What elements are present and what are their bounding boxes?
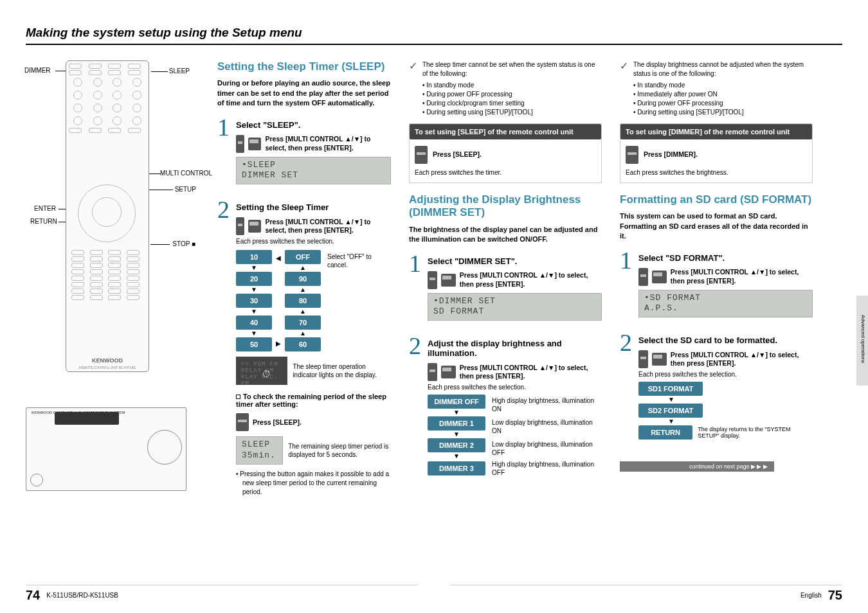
sdformat-each-press: Each press switches the selection. [638, 371, 813, 378]
remote-diagram: DIMMER SLEEP MULTI CONTROL SETUP ENTER R… [26, 60, 186, 382]
dimmer-option-desc: Low display brightness, illumination OFF [492, 440, 602, 457]
sleep-option: 40 [236, 315, 272, 330]
unit-icon [248, 138, 262, 150]
content-row: DIMMER SLEEP MULTI CONTROL SETUP ENTER R… [26, 60, 842, 506]
side-tab-label: Advanced operations [860, 315, 866, 363]
sleep-remaining-lcd: SLEEP 35min. [236, 436, 283, 465]
check-icon: ✓ [620, 59, 628, 117]
sleep-cancel-note: Select "OFF" to cancel. [327, 253, 391, 269]
step-number-1: 1 [217, 118, 230, 137]
sleep-callout-sub: Each press switches the timer. [415, 169, 596, 176]
sleep-step-1: 1 Select "SLEEP". Press [MULTI CONTROL ▲… [217, 118, 391, 191]
footer: 74 K-511USB/RD-K511USB English 75 [26, 585, 842, 603]
page-title: Making the system setup using the Setup … [26, 26, 842, 45]
arrow-right-icon: ▶ [276, 340, 281, 347]
dimmer-intro: The brightness of the display panel can … [409, 225, 602, 245]
dimmer-callout-sub: Each press switches the brightness. [626, 169, 807, 176]
dimmer-callout: To set using [DIMMER] of the remote cont… [620, 123, 813, 183]
sleep-callout-press: Press [SLEEP]. [433, 150, 482, 159]
sleep-option: 90 [285, 272, 321, 286]
timer-icon: ⏱ [262, 369, 271, 380]
sleep-option: 50 [236, 337, 272, 351]
list-item: In standby mode [633, 81, 813, 90]
step-number-1: 1 [620, 251, 632, 270]
sleep-option: 80 [285, 294, 321, 308]
step-number-1: 1 [409, 254, 421, 273]
sleep-intro: During or before playing an audio source… [217, 78, 391, 108]
dimmer-option: DIMMER 1 [428, 416, 485, 431]
remote-label-stop: STOP ■ [172, 240, 195, 247]
list-item: During setting using [SETUP]/[TOOL] [422, 108, 602, 117]
sdformat-option: SD1 FORMAT [638, 382, 703, 396]
display-indicator-panel: ⊂⊃ PGM FM RELAY AM PLAY REC. PM ⏱ [236, 357, 287, 385]
sleep-step-2: 2 Setting the Sleep Timer Press [MULTI C… [217, 200, 391, 497]
remote-label-dimmer: DIMMER [24, 67, 51, 74]
sleep-step1-label: Select "SLEEP". [236, 120, 391, 130]
dimmer-step-2: 2 Adjust the display brightness and illu… [409, 336, 602, 478]
sdformat-lcd: •SD FORMAT A.P.S. [638, 290, 813, 318]
sdformat-step-2: 2 Select the SD card to be formatted. Pr… [620, 333, 813, 440]
dimmer-column: ✓ The sleep timer cannot be set when the… [409, 60, 602, 506]
dimmer-press-text-1: Press [MULTI CONTROL ▲/▼] to select, the… [460, 271, 602, 289]
sleep-option-off: OFF [285, 250, 321, 264]
remote-icon [236, 217, 244, 235]
unit-icon [441, 274, 456, 287]
remote-icon [626, 146, 638, 164]
list-item: In standby mode [422, 81, 602, 90]
sleep-option: 20 [236, 272, 272, 286]
dimmer-option: DIMMER 2 [428, 438, 485, 452]
remote-icon [638, 350, 648, 368]
list-item: Immediately after power ON [633, 90, 813, 99]
remote-model: REMOTE CONTROL UNIT RC-F0714E [66, 366, 149, 369]
sdformat-column: ✓ The display brightness cannot be adjus… [620, 60, 813, 506]
remote-label-setup: SETUP [175, 186, 196, 193]
remote-body: KENWOOD REMOTE CONTROL UNIT RC-F0714E [66, 60, 149, 372]
list-item: During power OFF processing [633, 99, 813, 108]
dimmer-step2-label: Adjust the display brightness and illumi… [428, 339, 602, 358]
sdformat-step2-label: Select the SD card to be formatted. [638, 335, 813, 345]
sleep-option: 10 [236, 250, 272, 264]
sleep-check-heading: To check the remaining period of the sle… [236, 393, 391, 408]
sleep-callout-bar: To set using [SLEEP] of the remote contr… [410, 124, 601, 139]
check-icon: ✓ [409, 59, 417, 117]
sdformat-intro: This system can be used to format an SD … [620, 211, 813, 241]
diagrams-column: DIMMER SLEEP MULTI CONTROL SETUP ENTER R… [26, 60, 199, 506]
dimmer-option-desc: High display brightness, illumination ON [492, 396, 602, 413]
remote-icon [428, 363, 437, 381]
sleep-option: 70 [285, 315, 321, 330]
dimmer-options: DIMMER OFF▼ High display brightness, ill… [428, 395, 602, 477]
sleep-each-press: Each press switches the selection. [236, 238, 391, 245]
sleep-option: 30 [236, 294, 272, 308]
sleep-step2-label: Setting the Sleep Timer [236, 202, 391, 212]
sleep-press-sleep: Press [SLEEP]. [253, 418, 302, 427]
step-number-2: 2 [409, 336, 421, 355]
sleep-again-note: Pressing the button again makes it possi… [242, 470, 391, 497]
remote-icon [236, 413, 249, 431]
footer-lang: English [800, 592, 822, 599]
sdformat-return-option: RETURN [638, 425, 692, 440]
unit-icon [652, 271, 667, 283]
remote-label-enter: ENTER [34, 205, 56, 212]
sleep-limitations: ✓ The sleep timer cannot be set when the… [409, 60, 602, 117]
sdformat-return-note: The display returns to the "SYSTEM SETUP… [698, 426, 813, 440]
remote-icon [415, 146, 428, 164]
page-number-right: 75 [828, 588, 842, 603]
dimmer-limitations: ✓ The display brightness cannot be adjus… [620, 60, 813, 117]
dimmer-press-text-2: Press [MULTI CONTROL ▲/▼] to select, the… [460, 364, 602, 381]
sdformat-option: SD2 FORMAT [638, 404, 703, 418]
remote-icon [428, 271, 437, 289]
page-number-left: 74 [26, 588, 40, 603]
dimmer-option-desc: High display brightness, illumination OF… [492, 460, 602, 477]
remote-icon [638, 268, 648, 286]
main-unit-diagram: KENWOOD COMPACT Hi-Fi COMPONENT SYSTEM [26, 407, 186, 491]
list-item: During power OFF processing [422, 90, 602, 99]
dimmer-option-desc: Low display brightness, illumination ON [492, 418, 602, 435]
sdformat-step1-label: Select "SD FORMAT". [638, 253, 813, 263]
remote-label-return: RETURN [30, 218, 57, 225]
sleep-indicator-note: The sleep timer operation indicator ligh… [293, 362, 391, 379]
remote-label-multi-control: MULTI CONTROL [160, 170, 212, 177]
footer-model: K-511USB/RD-K511USB [46, 592, 118, 599]
sleep-press-text-1: Press [MULTI CONTROL ▲/▼] to select, the… [265, 135, 391, 152]
sleep-press-text-2: Press [MULTI CONTROL ▲/▼] to select, the… [265, 218, 391, 235]
sleep-options: 10▼ 20▼ 30▼ 40▼ 50 ◀ ▶ OFF▲ 90▲ [236, 250, 391, 351]
